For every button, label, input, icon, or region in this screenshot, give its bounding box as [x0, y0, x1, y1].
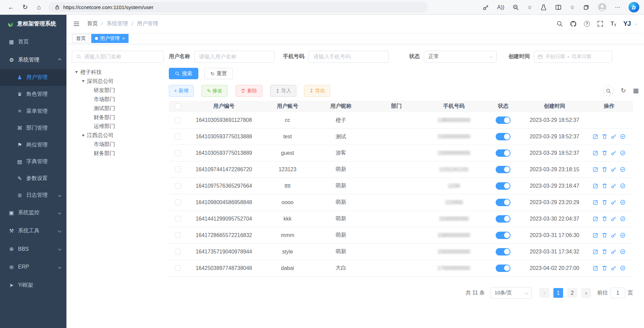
sidebar-item-post-mgmt[interactable]: ⚑岗位管理: [0, 136, 66, 153]
sidebar-item-log-mgmt[interactable]: ≣日志管理: [0, 187, 66, 204]
page-size-select[interactable]: 10条/页: [491, 287, 532, 298]
sidebar-item-bbs[interactable]: ⊕BBS: [0, 240, 66, 258]
delete-icon[interactable]: [602, 232, 607, 238]
status-toggle[interactable]: [496, 199, 510, 206]
sidebar-item-param-settings[interactable]: ✎参数设置: [0, 170, 66, 187]
reset-password-icon[interactable]: [611, 134, 616, 139]
read-aloud-icon[interactable]: A)): [497, 4, 504, 10]
status-toggle[interactable]: [496, 149, 510, 157]
more-options-icon[interactable]: ⋯: [615, 4, 620, 10]
reset-password-icon[interactable]: [611, 150, 616, 156]
user-avatar-logo[interactable]: YJ: [623, 20, 631, 28]
tab-user-mgmt[interactable]: 用户管理×: [91, 34, 128, 43]
github-icon[interactable]: [570, 20, 577, 28]
sidebar-item-system-mgmt[interactable]: ⚙系统管理: [0, 51, 66, 69]
row-checkbox[interactable]: [175, 232, 181, 238]
delete-icon[interactable]: [602, 265, 607, 271]
goto-page-input[interactable]: [610, 288, 625, 298]
select-all-checkbox[interactable]: [175, 103, 181, 109]
fullscreen-icon[interactable]: [597, 20, 604, 27]
delete-icon[interactable]: [602, 150, 607, 156]
delete-icon[interactable]: [602, 249, 607, 254]
delete-icon[interactable]: [602, 134, 607, 139]
tree-node-dept[interactable]: 市场部门: [72, 140, 164, 149]
reset-password-icon[interactable]: [611, 249, 616, 254]
tree-node-dept[interactable]: 财务部门: [72, 113, 164, 122]
tree-node-dept[interactable]: 财务部门: [72, 149, 164, 158]
sidebar-item-menu-mgmt[interactable]: ≡菜单管理: [0, 103, 66, 120]
tree-node-branch[interactable]: 江西总公司: [72, 131, 164, 140]
delete-icon[interactable]: [602, 183, 607, 189]
status-toggle[interactable]: [496, 182, 510, 190]
edit-icon[interactable]: [593, 265, 598, 271]
tree-node-dept[interactable]: 测试部门: [72, 104, 164, 113]
hamburger-icon[interactable]: [73, 20, 80, 27]
status-toggle[interactable]: [496, 166, 510, 173]
delete-icon[interactable]: [602, 216, 607, 222]
date-range-picker[interactable]: 开始日期 - 结束日期: [534, 51, 612, 63]
column-grid-icon[interactable]: ▦: [633, 87, 639, 94]
sidebar-item-erp[interactable]: ⊛ERP: [0, 258, 66, 276]
show-search-button[interactable]: [603, 86, 614, 96]
row-checkbox[interactable]: [175, 118, 181, 123]
reset-password-icon[interactable]: [611, 167, 616, 172]
delete-icon[interactable]: [602, 167, 607, 172]
zoom-out-icon[interactable]: [512, 4, 519, 11]
assign-role-icon[interactable]: [620, 216, 626, 222]
edit-icon[interactable]: [593, 150, 598, 156]
page-1-button[interactable]: 1: [553, 288, 563, 298]
status-toggle[interactable]: [496, 116, 510, 124]
sidebar-item-dict-mgmt[interactable]: ▤字典管理: [0, 153, 66, 170]
edit-icon[interactable]: [593, 134, 598, 139]
reset-button[interactable]: ↻重置: [204, 68, 233, 79]
status-toggle[interactable]: [496, 265, 510, 272]
edit-button[interactable]: ✎修改: [201, 85, 228, 96]
row-checkbox[interactable]: [175, 216, 181, 222]
close-icon[interactable]: ×: [122, 36, 125, 41]
assign-role-icon[interactable]: [620, 150, 626, 156]
edit-icon[interactable]: [593, 216, 598, 222]
prev-page-button[interactable]: ‹: [539, 288, 549, 298]
edit-icon[interactable]: [593, 199, 598, 205]
extensions-icon[interactable]: [540, 4, 547, 11]
search-icon[interactable]: [556, 20, 563, 27]
delete-icon[interactable]: [602, 199, 607, 205]
assign-role-icon[interactable]: [620, 167, 626, 172]
sidebar-item-monitor[interactable]: ▣系统监控: [0, 204, 66, 222]
status-toggle[interactable]: [496, 215, 510, 223]
status-toggle[interactable]: [496, 232, 510, 239]
collections-icon[interactable]: [583, 4, 590, 11]
assign-role-icon[interactable]: [620, 265, 626, 271]
row-checkbox[interactable]: [175, 150, 181, 156]
reset-password-icon[interactable]: [611, 199, 616, 205]
tree-node-dept[interactable]: 运维部门: [72, 122, 164, 131]
username-input[interactable]: [194, 51, 275, 63]
page-2-button[interactable]: 2: [567, 288, 577, 298]
edit-icon[interactable]: [593, 249, 598, 254]
address-bar[interactable]: https://ccnetcore.com:1101/system/user: [48, 2, 428, 13]
tree-node-company[interactable]: 橙子科技: [72, 68, 164, 77]
phone-input[interactable]: [308, 51, 389, 63]
assign-role-icon[interactable]: [620, 232, 626, 238]
assign-role-icon[interactable]: [620, 249, 626, 254]
row-checkbox[interactable]: [175, 249, 181, 254]
reset-password-icon[interactable]: [611, 183, 616, 189]
profile-avatar-icon[interactable]: [598, 3, 607, 12]
browser-home-button[interactable]: ⌂: [33, 1, 45, 13]
tree-node-dept[interactable]: 研发部门: [72, 86, 164, 95]
assign-role-icon[interactable]: [620, 183, 626, 189]
row-checkbox[interactable]: [175, 183, 181, 189]
edit-icon[interactable]: [593, 232, 598, 238]
split-screen-icon[interactable]: [555, 4, 562, 11]
breadcrumb-home[interactable]: 首页: [87, 20, 98, 27]
edit-icon[interactable]: [593, 183, 598, 189]
browser-back-button[interactable]: ←: [5, 1, 17, 13]
row-checkbox[interactable]: [175, 134, 181, 139]
row-checkbox[interactable]: [175, 167, 181, 172]
tree-node-dept[interactable]: 市场部门: [72, 95, 164, 104]
sidebar-item-role-mgmt[interactable]: ♛角色管理: [0, 86, 66, 103]
favorites-add-icon[interactable]: ☆: [527, 4, 532, 10]
reset-password-icon[interactable]: [611, 265, 616, 271]
sidebar-item-user-mgmt[interactable]: ♟用户管理: [0, 69, 66, 86]
status-select[interactable]: 正常: [424, 51, 497, 63]
